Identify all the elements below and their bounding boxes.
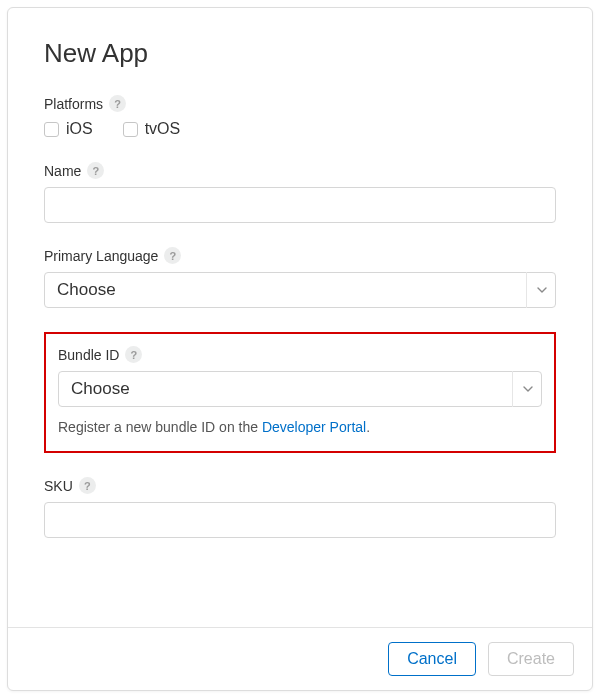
checkbox-tvos[interactable]: [123, 122, 138, 137]
help-icon[interactable]: ?: [87, 162, 104, 179]
help-icon[interactable]: ?: [164, 247, 181, 264]
primary-language-value: Choose: [57, 280, 116, 300]
bundle-id-value: Choose: [71, 379, 130, 399]
primary-language-label: Primary Language: [44, 248, 158, 264]
bundle-id-label: Bundle ID: [58, 347, 119, 363]
primary-language-select[interactable]: Choose: [44, 272, 556, 308]
bundle-id-help-prefix: Register a new bundle ID on the: [58, 419, 262, 435]
bundle-id-select[interactable]: Choose: [58, 371, 542, 407]
bundle-id-field: Bundle ID ? Choose Register a new bundle…: [58, 346, 542, 435]
checkbox-ios[interactable]: [44, 122, 59, 137]
platform-tvos-label: tvOS: [145, 120, 181, 138]
help-icon[interactable]: ?: [79, 477, 96, 494]
sku-field: SKU ?: [44, 477, 556, 538]
dialog-footer: Cancel Create: [8, 627, 592, 690]
dialog-title: New App: [44, 38, 556, 69]
cancel-button[interactable]: Cancel: [388, 642, 476, 676]
primary-language-field: Primary Language ? Choose: [44, 247, 556, 308]
developer-portal-link[interactable]: Developer Portal: [262, 419, 366, 435]
help-icon[interactable]: ?: [109, 95, 126, 112]
platform-ios-option[interactable]: iOS: [44, 120, 93, 138]
platform-ios-label: iOS: [66, 120, 93, 138]
new-app-dialog: New App Platforms ? iOS tvOS Name: [7, 7, 593, 691]
name-input[interactable]: [44, 187, 556, 223]
name-label: Name: [44, 163, 81, 179]
platform-tvos-option[interactable]: tvOS: [123, 120, 181, 138]
bundle-id-highlight: Bundle ID ? Choose Register a new bundle…: [44, 332, 556, 453]
bundle-id-help-suffix: .: [366, 419, 370, 435]
help-icon[interactable]: ?: [125, 346, 142, 363]
platforms-label: Platforms: [44, 96, 103, 112]
create-button[interactable]: Create: [488, 642, 574, 676]
sku-input[interactable]: [44, 502, 556, 538]
name-field: Name ?: [44, 162, 556, 223]
bundle-id-help-text: Register a new bundle ID on the Develope…: [58, 419, 542, 435]
sku-label: SKU: [44, 478, 73, 494]
dialog-body: New App Platforms ? iOS tvOS Name: [8, 8, 592, 627]
platforms-field: Platforms ? iOS tvOS: [44, 95, 556, 138]
